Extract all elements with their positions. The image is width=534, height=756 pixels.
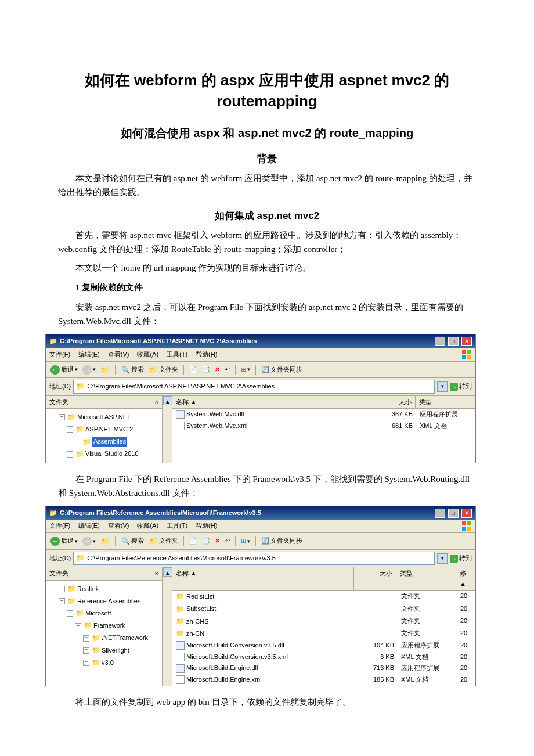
svg-rect-5 — [467, 521, 471, 525]
sync-button[interactable]: 🔄文件夹同步 — [260, 364, 304, 376]
tree-item[interactable]: −📁Microsoft — [50, 607, 160, 620]
para-how-1: 首先，需要将 asp.net mvc 框架引入 webform 的应用路径中。涉… — [58, 228, 476, 256]
col-size[interactable]: 大小 — [354, 567, 396, 590]
tree-item[interactable]: −📁Microsoft ASP.NET — [50, 411, 160, 423]
tree-header: 文件夹 × — [46, 567, 162, 581]
col-type[interactable]: 类型 — [416, 396, 475, 409]
list-row[interactable]: System.Web.Mvc.dll367 KB应用程序扩展 — [172, 409, 475, 420]
move-icon[interactable]: 📄 — [188, 535, 199, 547]
menu-edit[interactable]: 编辑(E) — [78, 350, 100, 360]
page-subtitle: 如何混合使用 aspx 和 asp.net mvc2 的 route_mappi… — [58, 124, 476, 142]
search-button[interactable]: 🔍搜索 — [120, 535, 145, 547]
svg-rect-7 — [467, 527, 471, 531]
tree-item[interactable]: +📁v3.0 — [50, 657, 160, 669]
window-title: C:\Program Files\Reference Assemblies\Mi… — [60, 508, 261, 519]
col-name[interactable]: 名称 ▲ — [172, 396, 373, 409]
menu-fav[interactable]: 收藏(A) — [137, 350, 158, 360]
menu-file[interactable]: 文件(F) — [49, 350, 70, 360]
list-header: 名称 ▲ 大小 类型 修▲ — [172, 567, 475, 591]
folder-icon: 📁 — [92, 657, 100, 668]
back-button[interactable]: ←后退 ▾ — [49, 535, 79, 547]
list-row[interactable]: 📁zh-CHS文件夹20 — [172, 615, 475, 628]
address-bar: 地址(D) 📁 C:\Program Files\Reference Assem… — [46, 550, 475, 567]
menu-edit[interactable]: 编辑(E) — [78, 521, 100, 531]
minimize-button[interactable]: _ — [435, 337, 445, 346]
list-row[interactable]: System.Web.Mvc.xml681 KBXML 文档 — [172, 420, 475, 432]
col-name[interactable]: 名称 ▲ — [172, 567, 354, 590]
tree-item[interactable]: −📁Framework — [50, 620, 160, 632]
windows-logo-icon — [461, 521, 472, 531]
forward-button[interactable]: → ▾ — [81, 365, 97, 375]
close-button[interactable]: × — [461, 509, 472, 518]
titlebar[interactable]: 📁 C:\Program Files\Microsoft ASP.NET\ASP… — [46, 334, 475, 348]
col-modified[interactable]: 修▲ — [456, 567, 475, 590]
undo-icon[interactable]: ↶ — [223, 535, 231, 547]
para-background: 本文是讨论如何在已有的 asp.net 的 webform 应用类型中，添加 a… — [58, 171, 476, 199]
tree-item[interactable]: −📁Reference Assemblies — [50, 595, 160, 607]
tree-item[interactable]: +📁.NETFramework — [50, 632, 160, 645]
folder-icon: 📁 — [75, 449, 84, 460]
folder-icon: 📁 — [84, 620, 92, 631]
minimize-button[interactable]: _ — [435, 509, 445, 518]
menu-help[interactable]: 帮助(H) — [196, 350, 217, 360]
up-button[interactable]: 📁↑ — [99, 536, 111, 546]
copy-icon[interactable]: 📑 — [201, 535, 211, 547]
explorer-window-1: 📁 C:\Program Files\Microsoft ASP.NET\ASP… — [45, 334, 476, 463]
address-label: 地址(D) — [49, 381, 71, 392]
para-end: 将上面的文件复制到 web app 的 bin 目录下，依赖的文件就复制完毕了。 — [58, 695, 476, 709]
delete-icon[interactable]: ✕ — [214, 364, 221, 376]
close-button[interactable]: × — [461, 337, 472, 346]
tree-item[interactable]: +📁Visual Studio 2010 — [50, 448, 160, 460]
folder-icon: 📁 — [49, 508, 57, 519]
menu-file[interactable]: 文件(F) — [49, 521, 70, 531]
col-size[interactable]: 大小 — [373, 396, 416, 409]
menu-view[interactable]: 查看(V) — [108, 521, 129, 531]
copy-icon[interactable]: 📑 — [201, 364, 211, 376]
scrollbar[interactable]: ▴ — [163, 396, 172, 463]
tree-item[interactable]: +📁Realtek — [50, 583, 160, 595]
tree-item[interactable]: −📁ASP.NET MVC 2 — [50, 423, 160, 435]
tree-item[interactable]: +📁Silverlight — [50, 645, 160, 657]
titlebar[interactable]: 📁 C:\Program Files\Reference Assemblies\… — [46, 506, 475, 520]
folder-icon: 📁 — [76, 381, 85, 392]
back-button[interactable]: ←后退 ▾ — [49, 364, 79, 376]
menu-help[interactable]: 帮助(H) — [196, 521, 217, 531]
list-row[interactable]: 📁RedistList文件夹20 — [172, 591, 475, 603]
list-row[interactable]: 📁zh-CN文件夹20 — [172, 628, 475, 640]
forward-button[interactable]: → ▾ — [81, 536, 97, 546]
undo-icon[interactable]: ↶ — [223, 364, 231, 376]
delete-icon[interactable]: ✕ — [214, 535, 221, 547]
address-dropdown-icon[interactable]: ▾ — [437, 381, 448, 392]
views-button[interactable]: ⊞▾ — [240, 535, 251, 547]
tree-item[interactable]: 📁Assemblies — [50, 436, 160, 448]
list-row[interactable]: 📁SubsetList文件夹20 — [172, 603, 475, 615]
close-pane-icon[interactable]: × — [155, 568, 158, 579]
list-row[interactable]: Microsoft.Build.Conversion.v3.5.xml6 KBX… — [172, 651, 475, 663]
sync-button[interactable]: 🔄文件夹同步 — [260, 535, 304, 547]
move-icon[interactable]: 📄 — [188, 364, 199, 376]
maximize-button[interactable]: □ — [448, 337, 459, 346]
menu-tools[interactable]: 工具(T) — [167, 350, 187, 360]
scrollbar[interactable]: ▴ — [163, 567, 172, 685]
address-input[interactable]: 📁 C:\Program Files\Microsoft ASP.NET\ASP… — [73, 380, 435, 393]
address-input[interactable]: 📁 C:\Program Files\Reference Assemblies\… — [73, 552, 435, 565]
views-button[interactable]: ⊞▾ — [240, 364, 251, 376]
address-dropdown-icon[interactable]: ▾ — [437, 553, 448, 564]
folders-button[interactable]: 📁文件夹 — [147, 364, 179, 376]
go-button[interactable]: →转到 — [450, 553, 472, 564]
col-type[interactable]: 类型 — [396, 567, 456, 590]
maximize-button[interactable]: □ — [448, 509, 459, 518]
search-button[interactable]: 🔍搜索 — [120, 364, 145, 376]
toolbar: ←后退 ▾ → ▾ 📁↑ 🔍搜索 📁文件夹 📄 📑 ✕ ↶ ⊞▾ 🔄文件夹同步 — [46, 362, 475, 379]
menu-view[interactable]: 查看(V) — [108, 350, 129, 360]
up-button[interactable]: 📁↑ — [99, 365, 111, 375]
menu-tools[interactable]: 工具(T) — [167, 521, 187, 531]
list-row[interactable]: Microsoft.Build.Engine.xml185 KBXML 文档20 — [172, 674, 475, 686]
close-pane-icon[interactable]: × — [155, 397, 158, 408]
menu-fav[interactable]: 收藏(A) — [137, 521, 158, 531]
list-row[interactable]: Microsoft.Build.Conversion.v3.5.dll104 K… — [172, 640, 475, 651]
page-title: 如何在 webform 的 aspx 应用中使用 aspnet mvc2 的 r… — [58, 70, 476, 112]
go-button[interactable]: →转到 — [450, 381, 472, 392]
folders-button[interactable]: 📁文件夹 — [147, 535, 179, 547]
list-row[interactable]: Microsoft.Build.Engine.dll716 KB应用程序扩展20 — [172, 663, 475, 674]
